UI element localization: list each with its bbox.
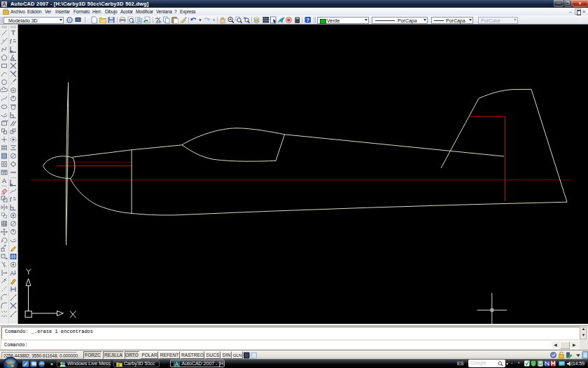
svg-text:A: A bbox=[10, 270, 15, 277]
svg-text:»: » bbox=[50, 361, 53, 366]
svg-text:?: ? bbox=[306, 17, 309, 23]
svg-text:A: A bbox=[2, 177, 6, 184]
